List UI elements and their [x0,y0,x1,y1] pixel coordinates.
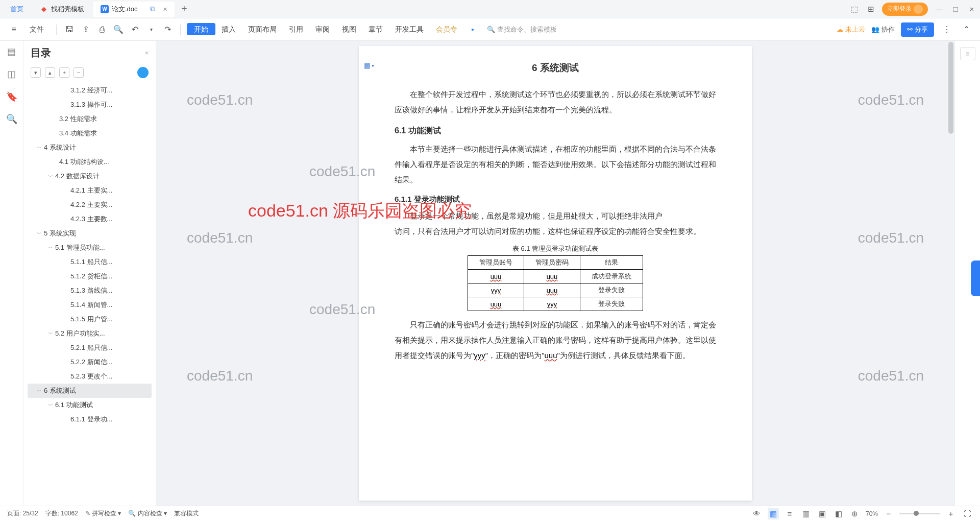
save-icon[interactable]: 🖫 [63,23,76,36]
page-indicator[interactable]: 页面: 25/32 [7,509,38,518]
tree-item[interactable]: ﹀5.1 管理员功能... [28,241,152,255]
cloud-button[interactable]: ☁未上云 [837,25,865,34]
spellcheck-button[interactable]: ✎ 拼写检查 ▾ [85,509,121,518]
tree-item[interactable]: ﹀4 系统设计 [28,140,152,155]
expand-all-icon[interactable]: ▴ [45,67,55,78]
tree-item[interactable]: 5.2.2 新闻信... [28,355,152,369]
tree-item[interactable]: 3.1.3 操作可... [28,98,152,112]
apps-icon[interactable]: ⊞ [866,4,876,14]
tree-item[interactable]: 4.1 功能结构设... [28,155,152,169]
collab-button[interactable]: 👥协作 [871,25,895,34]
view-page-icon[interactable]: ▦ [768,508,779,519]
tree-item[interactable]: 5.1.3 路线信... [28,283,152,298]
outline-title: 目录 [31,46,51,60]
zoom-out-icon[interactable]: − [883,508,894,519]
tree-item[interactable]: ﹀5.2 用户功能实... [28,326,152,341]
side-tab[interactable] [971,260,980,296]
content-check-button[interactable]: 🔍 内容检查 ▾ [128,509,167,518]
view-web-icon[interactable]: ▥ [800,508,812,519]
menu-页面布局[interactable]: 页面布局 [242,25,283,33]
menu-章节[interactable]: 章节 [362,25,389,33]
tree-item[interactable]: 5.2.3 更改个... [28,369,152,384]
tree-item[interactable]: 4.2.1 主要实... [28,183,152,198]
close-window-icon[interactable]: × [967,4,977,14]
tree-item[interactable]: 5.1.5 用户管... [28,312,152,326]
more-menu-icon[interactable]: ▸ [467,23,480,36]
menu-插入[interactable]: 插入 [215,25,242,33]
menu-会员专[interactable]: 会员专 [430,25,463,33]
object-icon[interactable]: ◫ [6,68,17,80]
word-count[interactable]: 字数: 10062 [45,509,78,518]
zoom-slider[interactable] [899,513,940,514]
tree-item[interactable]: 5.1.4 新闻管... [28,298,152,312]
undo-dropdown-icon[interactable]: ▾ [144,23,158,36]
more-icon[interactable]: ⋮ [940,23,953,36]
print-icon[interactable]: ⎙ [95,23,109,36]
tree-item[interactable]: 3.2 性能需求 [28,112,152,126]
bookmark-icon[interactable]: 🔖 [6,91,17,102]
outline-tools: ▾ ▴ + − [23,65,156,82]
page-action-icon[interactable]: ▦ ▾ [364,61,374,69]
minimize-icon[interactable]: — [934,4,944,14]
file-menu[interactable]: 文件 [23,25,50,34]
paragraph: 访问，只有合法用户才可以访问对应的功能，这样也保证程序设定的功能符合安全性要求。 [395,224,716,239]
add-tab-button[interactable]: + [177,3,192,15]
tree-item[interactable]: ﹀5 系统实现 [28,226,152,241]
undo-icon[interactable]: ↶ [128,23,141,36]
menu-icon[interactable]: ≡ [7,23,20,36]
compat-mode[interactable]: 兼容模式 [174,509,199,518]
paragraph: 在整个软件开发过程中，系统测试这个环节也必须要重视的，所以必须在系统测试环节做好… [395,87,716,117]
login-button[interactable]: 立即登录 [882,3,928,16]
maximize-icon[interactable]: □ [950,4,961,14]
fullscreen-icon[interactable]: ⛶ [962,508,973,519]
tree-item[interactable]: 4.2.2 主要实... [28,198,152,212]
close-tab-icon[interactable]: × [163,5,167,13]
heading-2: 6.1 功能测试 [395,126,716,136]
tree-item[interactable]: 3.4 功能需求 [28,126,152,140]
layout-icon[interactable]: ⬚ [849,4,860,14]
tree-item[interactable]: ﹀6.1 功能测试 [28,398,152,412]
tree-item[interactable]: 4.2.3 主要数... [28,212,152,226]
template-icon: ◆ [40,5,48,13]
add-heading-icon[interactable]: + [59,67,69,78]
zoom-in-icon[interactable]: + [945,508,957,519]
tree-item[interactable]: ﹀4.2 数据库设计 [28,169,152,183]
eye-icon[interactable]: 👁 [751,508,763,519]
menu-视图[interactable]: 视图 [336,25,362,33]
tree-item[interactable]: 5.2.1 船只信... [28,341,152,355]
search-box[interactable]: 🔍 查找命令、搜索模板 [487,25,557,34]
tree-item[interactable]: 3.1.2 经济可... [28,83,152,98]
menu-开发工具[interactable]: 开发工具 [389,25,430,33]
tree-item[interactable]: 5.1.2 货柜信... [28,269,152,283]
close-outline-icon[interactable]: × [144,49,149,57]
outline-icon[interactable]: ▤ [6,46,17,57]
collapse-all-icon[interactable]: ▾ [31,67,41,78]
remove-heading-icon[interactable]: − [74,67,84,78]
view-read-icon[interactable]: ▣ [817,508,828,519]
redo-icon[interactable]: ↷ [161,23,174,36]
panel-toggle-icon[interactable]: ≡ [960,47,975,60]
zoom-level[interactable]: 70% [866,508,878,519]
view-outline-icon[interactable]: ≡ [784,508,795,519]
tab-template[interactable]: ◆ 找稻壳模板 [33,2,91,17]
watermark: code51.cn [858,368,924,384]
zoom-fit-icon[interactable]: ⊕ [849,508,861,519]
expand-icon[interactable]: ⌃ [960,23,973,36]
tree-item[interactable]: ﹀6 系统测试 [28,384,152,398]
ai-icon[interactable] [137,67,149,78]
popup-icon[interactable]: ⧉ [150,5,155,13]
tree-item[interactable]: 6.1.1 登录功... [28,412,152,427]
tab-home[interactable]: 首页 [3,2,31,17]
export-icon[interactable]: ⇪ [79,23,92,36]
share-button[interactable]: ⚯分享 [901,22,934,37]
scrollbar[interactable] [947,41,954,506]
menu-开始[interactable]: 开始 [187,23,215,35]
tab-document[interactable]: W 论文.doc ⧉ × [93,2,175,17]
tree-item[interactable]: 5.1.1 船只信... [28,255,152,269]
view-print-icon[interactable]: ◧ [833,508,844,519]
document-area[interactable]: code51.cn code51.cn code51.cn code51.cn … [156,41,954,506]
find-icon[interactable]: 🔍 [6,113,17,125]
menu-审阅[interactable]: 审阅 [309,25,336,33]
preview-icon[interactable]: 🔍 [112,23,125,36]
menu-引用[interactable]: 引用 [283,25,309,33]
